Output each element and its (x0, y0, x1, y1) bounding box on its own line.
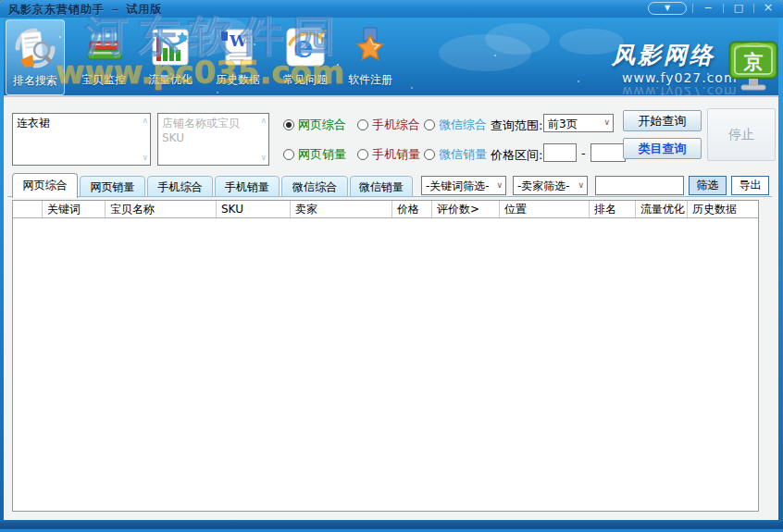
toolbar: 排名搜索 宝贝监控 (4, 18, 778, 97)
tab-mobile-composite[interactable]: 手机综合 (147, 176, 213, 197)
column-header-sku[interactable]: SKU (217, 201, 291, 217)
seller-filter-value: -卖家筛选- (517, 179, 570, 192)
close-button[interactable]: × (757, 2, 779, 15)
scroll-up-icon[interactable]: ∧ (142, 117, 148, 125)
column-header-rank[interactable]: 排名 (590, 201, 636, 217)
price-min-input[interactable] (543, 143, 577, 162)
toolbar-item-label: 排名搜索 (6, 73, 64, 89)
column-header-traffic[interactable]: 流量优化 (636, 201, 688, 217)
radio-dot (283, 119, 294, 130)
keyword-filter-select[interactable]: -关键词筛选- ∨ (421, 176, 506, 195)
chevron-down-icon: ∨ (603, 118, 610, 127)
query-range-select[interactable]: 前3页 ∨ (543, 114, 614, 132)
column-header-keyword[interactable]: 关键词 (43, 201, 106, 217)
jd-logo-icon: 京 (728, 41, 778, 96)
scroll-up-icon[interactable]: ∧ (260, 117, 267, 125)
toolbar-item-rank-search[interactable]: 排名搜索 (6, 19, 65, 95)
price-range-label: 价格区间: (491, 147, 542, 164)
radio-web-composite[interactable]: 网页综合 (283, 117, 346, 131)
radio-dot (357, 119, 368, 130)
app-window: 风影京东营销助手 － 试用版 ▼ ─ □ × (0, 0, 783, 532)
chevron-down-icon: ∨ (496, 180, 503, 190)
table-header-row: 关键词 宝贝名称 SKU 卖家 价格 评价数> 位置 排名 流量优化 历史数据 (13, 201, 758, 218)
filter-button[interactable]: 筛选 (689, 176, 727, 195)
keyword-filter-value: -关键词筛选- (426, 179, 490, 192)
filter-text-input[interactable] (595, 176, 684, 195)
radio-label: 微信销量 (439, 147, 487, 161)
scroll-down-icon[interactable]: ∨ (142, 154, 148, 162)
toolbar-item-label: 历史数据 (208, 72, 267, 88)
toolbar-item-item-monitor[interactable]: 宝贝监控 (74, 19, 133, 95)
column-header-item-name[interactable]: 宝贝名称 (106, 201, 217, 217)
column-header-seller[interactable]: 卖家 (291, 201, 392, 217)
toolbar-item-label: 宝贝监控 (74, 72, 133, 88)
titlebar-separator (723, 4, 724, 13)
tab-mobile-sales[interactable]: 手机销量 (215, 176, 280, 197)
window-frame-left (0, 18, 4, 532)
seller-filter-select[interactable]: -卖家筛选- ∨ (513, 176, 588, 195)
window-frame-bottom (0, 520, 783, 532)
radio-label: 网页销量 (298, 147, 346, 161)
toolbar-item-faq[interactable]: e 常见问题 (276, 19, 335, 95)
item-monitor-icon (82, 26, 125, 68)
toolbar-item-label: 流量优化 (141, 72, 200, 88)
tab-wechat-composite[interactable]: 微信综合 (281, 176, 348, 197)
query-range-label: 查询范围: (491, 118, 542, 134)
radio-dot (283, 149, 294, 160)
history-data-icon: W (217, 26, 259, 68)
column-header-reviews[interactable]: 评价数> (432, 201, 500, 217)
radio-label: 微信综合 (439, 118, 487, 131)
tab-web-composite[interactable]: 网页综合 (12, 173, 78, 198)
column-header-position[interactable]: 位置 (500, 201, 590, 217)
start-query-button[interactable]: 开始查询 (623, 110, 702, 131)
toolbar-item-register[interactable]: 软件注册 (341, 19, 400, 95)
titlebar[interactable]: 风影京东营销助手 － 试用版 ▼ ─ □ × (0, 0, 783, 18)
chevron-down-icon: ∨ (578, 180, 584, 190)
register-icon (349, 26, 392, 68)
table-body-empty (13, 218, 758, 511)
brand-url-reflection: www.fy027.com (622, 84, 738, 97)
column-header-select[interactable] (13, 201, 43, 217)
radio-mobile-sales[interactable]: 手机销量 (357, 146, 420, 161)
results-table: 关键词 宝贝名称 SKU 卖家 价格 评价数> 位置 排名 流量优化 历史数据 (12, 200, 759, 512)
tab-wechat-sales[interactable]: 微信销量 (350, 176, 413, 197)
toolbar-item-history-data[interactable]: W 历史数据 (208, 19, 267, 95)
keywords-value: 连衣裙 (17, 117, 50, 130)
keywords-textarea[interactable]: 连衣裙 ∧ ∨ (12, 113, 151, 166)
toolbar-item-label: 常见问题 (276, 72, 335, 88)
maximize-button[interactable]: □ (727, 2, 750, 15)
window-frame-right (778, 18, 783, 532)
radio-dot (357, 149, 368, 160)
radio-dot (424, 149, 435, 160)
window-menu-button[interactable]: ▼ (648, 2, 687, 15)
toolbar-item-label: 软件注册 (341, 72, 400, 88)
query-range-value: 前3页 (548, 118, 578, 130)
cloud-decoration (485, 23, 550, 55)
toolbar-item-traffic-optimize[interactable]: 流量优化 (141, 19, 200, 95)
column-header-price[interactable]: 价格 (392, 201, 432, 217)
radio-web-sales[interactable]: 网页销量 (283, 146, 346, 161)
titlebar-separator (692, 4, 693, 13)
radio-dot (424, 119, 435, 130)
window-title: 风影京东营销助手 － 试用版 (8, 2, 162, 18)
price-separator: - (581, 146, 586, 160)
minimize-button[interactable]: ─ (697, 2, 719, 15)
svg-text:京: 京 (743, 51, 764, 73)
category-query-button[interactable]: 类目查询 (623, 138, 702, 159)
price-max-input[interactable] (590, 143, 626, 162)
radio-wechat-composite[interactable]: 微信综合 (424, 117, 487, 131)
radio-mobile-composite[interactable]: 手机综合 (357, 117, 420, 131)
scroll-down-icon[interactable]: ∨ (260, 154, 267, 162)
faq-icon: e (284, 26, 327, 68)
radio-label: 手机综合 (372, 118, 420, 131)
radio-wechat-sales[interactable]: 微信销量 (424, 146, 487, 161)
export-button[interactable]: 导出 (731, 176, 769, 195)
shop-sku-textarea[interactable]: 店铺名称或宝贝SKU ∧ ∨ (157, 113, 269, 166)
radio-label: 网页综合 (298, 118, 346, 131)
traffic-optimize-icon (149, 26, 192, 68)
column-header-history[interactable]: 历史数据 (688, 201, 758, 217)
rank-search-icon (14, 27, 56, 69)
brand-url: www.fy027.com (622, 70, 738, 85)
tab-web-sales[interactable]: 网页销量 (80, 176, 145, 197)
stop-button[interactable]: 停止 (707, 108, 776, 161)
